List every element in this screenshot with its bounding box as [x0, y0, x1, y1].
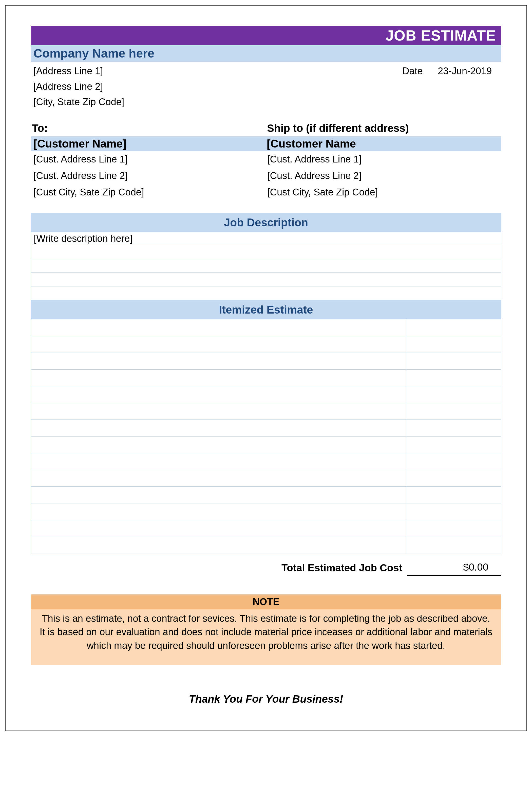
recipient-headings: To: Ship to (if different address): [31, 122, 501, 136]
itemized-row[interactable]: [31, 319, 501, 336]
shipto-city: [Cust City, Sate Zip Code]: [267, 184, 501, 201]
job-estimate-page: JOB ESTIMATE Company Name here [Address …: [5, 5, 527, 731]
company-address-row-2: [Address Line 2]: [31, 79, 501, 94]
job-description-row[interactable]: [31, 273, 501, 286]
to-heading: To:: [31, 122, 266, 136]
company-city: [City, State Zip Code]: [34, 94, 501, 110]
date-block: Date 23-Jun-2019: [402, 63, 501, 79]
shipto-customer-name: [Customer Name: [267, 137, 500, 150]
shipto-addr2: [Cust. Address Line 2]: [267, 168, 501, 184]
shipto-heading: Ship to (if different address): [266, 122, 501, 136]
company-addr1: [Address Line 1]: [34, 63, 402, 79]
to-customer-name: [Customer Name]: [34, 137, 267, 150]
customer-name-bar: [Customer Name] [Customer Name: [31, 136, 501, 151]
itemized-row[interactable]: [31, 336, 501, 353]
customer-addr-row-2: [Cust. Address Line 2] [Cust. Address Li…: [31, 168, 501, 184]
company-address-row-3: [City, State Zip Code]: [31, 94, 501, 110]
note-body: This is an estimate, not a contract for …: [31, 609, 501, 665]
company-address-row-1: [Address Line 1] Date 23-Jun-2019: [31, 63, 501, 79]
title-bar: JOB ESTIMATE: [31, 26, 501, 45]
itemized-row[interactable]: [31, 420, 501, 436]
itemized-row[interactable]: [31, 436, 501, 453]
date-value: 23-Jun-2019: [438, 63, 496, 79]
itemized-row[interactable]: [31, 503, 501, 520]
thank-you-footer: Thank You For Your Business!: [31, 693, 501, 705]
itemized-row[interactable]: [31, 470, 501, 487]
to-city: [Cust City, Sate Zip Code]: [34, 184, 267, 201]
itemized-header: Itemized Estimate: [31, 300, 501, 319]
job-description-row[interactable]: [31, 286, 501, 300]
itemized-row[interactable]: [31, 353, 501, 370]
total-row: Total Estimated Job Cost $0.00: [31, 561, 501, 574]
itemized-row[interactable]: [31, 386, 501, 403]
company-addr2: [Address Line 2]: [34, 79, 501, 94]
note-header: NOTE: [31, 594, 501, 609]
itemized-row[interactable]: [31, 520, 501, 537]
to-addr1: [Cust. Address Line 1]: [34, 151, 267, 168]
customer-addr-row-3: [Cust City, Sate Zip Code] [Cust City, S…: [31, 184, 501, 201]
total-value: $0.00: [407, 561, 501, 574]
job-description-row[interactable]: [31, 245, 501, 259]
itemized-table: [31, 319, 501, 554]
itemized-row[interactable]: [31, 487, 501, 503]
itemized-row[interactable]: [31, 453, 501, 470]
shipto-addr1: [Cust. Address Line 1]: [267, 151, 501, 168]
itemized-row[interactable]: [31, 370, 501, 386]
job-description-header: Job Description: [31, 213, 501, 232]
customer-addr-row-1: [Cust. Address Line 1] [Cust. Address Li…: [31, 151, 501, 168]
itemized-row[interactable]: [31, 537, 501, 554]
job-description-row[interactable]: [31, 259, 501, 273]
itemized-row[interactable]: [31, 403, 501, 420]
company-name-bar: Company Name here: [31, 45, 501, 62]
total-label: Total Estimated Job Cost: [31, 562, 407, 574]
to-addr2: [Cust. Address Line 2]: [34, 168, 267, 184]
date-label: Date: [402, 63, 428, 79]
job-description-input[interactable]: [Write description here]: [31, 232, 501, 245]
